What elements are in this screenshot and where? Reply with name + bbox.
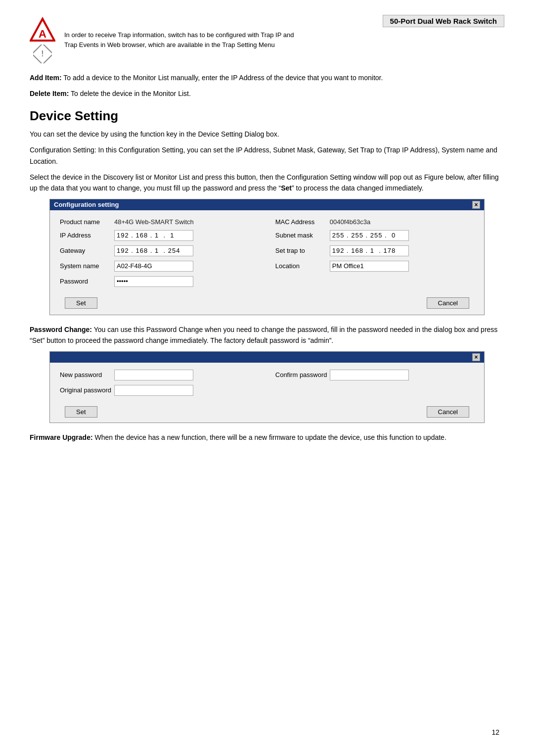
ds-para3: Select the device in the Discovery list … bbox=[30, 172, 504, 194]
add-item-text: To add a device to the Monitor List manu… bbox=[63, 74, 383, 82]
config-dialog-close[interactable]: × bbox=[472, 201, 480, 209]
mac-address-value: 0040f4b63c3a bbox=[330, 218, 370, 226]
warning-diamond-icon: ! bbox=[33, 45, 52, 63]
logo-area: A ! bbox=[30, 17, 55, 63]
add-item-section: Add Item: To add a device to the Monitor… bbox=[30, 72, 504, 83]
device-setting-heading: Device Setting bbox=[30, 108, 504, 124]
product-name-label: Product name bbox=[60, 218, 114, 226]
config-sysname-section: System name bbox=[60, 261, 259, 276]
password-dialog-close[interactable]: × bbox=[472, 353, 480, 361]
new-password-label: New password bbox=[60, 371, 114, 378]
password-dialog-body: New password Confirm password Original p… bbox=[50, 363, 484, 423]
config-mac-section: MAC Address 0040f4b63c3a bbox=[275, 218, 474, 230]
password-change-label: Password Change: bbox=[30, 326, 92, 333]
config-dialog-title: Configuration setting bbox=[54, 201, 119, 208]
config-cancel-button[interactable]: Cancel bbox=[427, 297, 469, 309]
config-row-5: Password bbox=[60, 276, 474, 291]
config-set-button[interactable]: Set bbox=[65, 297, 97, 309]
config-gateway-row: Gateway bbox=[60, 245, 259, 256]
password-change-text: You can use this Password Change when yo… bbox=[30, 326, 497, 344]
header-note-line2: Trap Events in Web browser, which are av… bbox=[64, 41, 275, 48]
ds-para1: You can set the device by using the func… bbox=[30, 129, 504, 140]
pw-row-2: Original password bbox=[60, 385, 474, 400]
subnet-mask-label: Subnet mask bbox=[275, 232, 330, 239]
header: A ! 50-Port Dual Web Rack Switch In orde… bbox=[30, 15, 504, 63]
firmware-upgrade-text: When the device has a new function, ther… bbox=[93, 433, 446, 441]
pw-original-row: Original password bbox=[60, 385, 259, 396]
config-row-3: Gateway Set trap to bbox=[60, 245, 474, 261]
set-trap-label: Set trap to bbox=[275, 247, 330, 254]
firmware-upgrade-section: Firmware Upgrade: When the device has a … bbox=[30, 432, 504, 443]
config-row-2: IP Address Subnet mask bbox=[60, 230, 474, 245]
pw-confirm-row: Confirm password bbox=[275, 370, 474, 380]
location-input[interactable] bbox=[330, 261, 409, 272]
ip-address-label: IP Address bbox=[60, 232, 114, 239]
set-trap-input[interactable] bbox=[330, 245, 409, 256]
config-mac-row: MAC Address 0040f4b63c3a bbox=[275, 218, 474, 226]
firmware-upgrade-label: Firmware Upgrade: bbox=[30, 433, 93, 441]
pw-newpass-section: New password bbox=[60, 370, 259, 385]
config-subnet-row: Subnet mask bbox=[275, 230, 474, 241]
config-row-1: Product name 48+4G Web-SMART Switch MAC … bbox=[60, 218, 474, 230]
header-right: 50-Port Dual Web Rack Switch In order to… bbox=[64, 15, 504, 49]
confirm-password-label: Confirm password bbox=[275, 371, 330, 378]
config-gateway-section: Gateway bbox=[60, 245, 259, 261]
delete-item-label: Delete Item: bbox=[30, 90, 69, 97]
gateway-label: Gateway bbox=[60, 247, 114, 254]
pw-confirm-section: Confirm password bbox=[275, 370, 474, 385]
password-label: Password bbox=[60, 278, 114, 285]
config-product-name-row: Product name 48+4G Web-SMART Switch bbox=[60, 218, 259, 226]
system-name-label: System name bbox=[60, 262, 114, 270]
mac-address-label: MAC Address bbox=[275, 218, 330, 226]
config-dialog-body: Product name 48+4G Web-SMART Switch MAC … bbox=[50, 210, 484, 315]
pw-original-section: Original password bbox=[60, 385, 259, 400]
config-password-row: Password bbox=[60, 276, 259, 287]
pw-row-1: New password Confirm password bbox=[60, 370, 474, 385]
config-empty-section bbox=[275, 276, 474, 291]
pw-empty-section bbox=[275, 385, 474, 400]
config-dialog-buttons: Set Cancel bbox=[60, 297, 474, 309]
config-trap-row: Set trap to bbox=[275, 245, 474, 256]
config-location-section: Location bbox=[275, 261, 474, 276]
svg-text:!: ! bbox=[41, 49, 44, 58]
original-password-input[interactable] bbox=[114, 385, 193, 396]
password-dialog-buttons: Set Cancel bbox=[60, 406, 474, 418]
config-row-4: System name Location bbox=[60, 261, 474, 276]
config-product-name-section: Product name 48+4G Web-SMART Switch bbox=[60, 218, 259, 230]
pw-set-button[interactable]: Set bbox=[65, 406, 97, 418]
add-item-label: Add Item: bbox=[30, 74, 62, 82]
confirm-password-input[interactable] bbox=[330, 370, 409, 380]
logo-triangle-icon: A bbox=[30, 17, 55, 43]
subnet-mask-input[interactable] bbox=[330, 230, 409, 241]
config-ip-row: IP Address bbox=[60, 230, 259, 241]
config-ip-section: IP Address bbox=[60, 230, 259, 245]
password-dialog: × New password Confirm password Original… bbox=[49, 351, 485, 423]
page-number: 12 bbox=[491, 728, 499, 736]
location-label: Location bbox=[275, 262, 330, 270]
password-dialog-titlebar: × bbox=[50, 352, 484, 363]
product-title: 50-Port Dual Web Rack Switch bbox=[383, 15, 504, 27]
gateway-input[interactable] bbox=[114, 245, 193, 256]
header-note-line1: In order to receive Trap information, sw… bbox=[64, 31, 294, 39]
password-dialog-title bbox=[54, 353, 56, 361]
header-note: In order to receive Trap information, sw… bbox=[64, 30, 504, 49]
config-location-row: Location bbox=[275, 261, 474, 272]
config-password-section: Password bbox=[60, 276, 259, 291]
config-sysname-row: System name bbox=[60, 261, 259, 272]
original-password-label: Original password bbox=[60, 386, 114, 394]
config-subnet-section: Subnet mask bbox=[275, 230, 474, 245]
password-input[interactable] bbox=[114, 276, 193, 287]
ds-para2: Configuration Setting: In this Configura… bbox=[30, 144, 504, 167]
ip-address-input[interactable] bbox=[114, 230, 193, 241]
delete-item-section: Delete Item: To delete the device in the… bbox=[30, 88, 504, 99]
new-password-input[interactable] bbox=[114, 370, 193, 380]
pw-cancel-button[interactable]: Cancel bbox=[427, 406, 469, 418]
config-dialog: Configuration setting × Product name 48+… bbox=[49, 199, 485, 315]
password-change-section: Password Change: You can use this Passwo… bbox=[30, 324, 504, 346]
config-trap-section: Set trap to bbox=[275, 245, 474, 261]
pw-newpass-row: New password bbox=[60, 370, 259, 380]
delete-item-text: To delete the device in the Monitor List… bbox=[71, 90, 191, 97]
system-name-input[interactable] bbox=[114, 261, 193, 272]
product-name-value: 48+4G Web-SMART Switch bbox=[114, 218, 194, 226]
config-dialog-titlebar: Configuration setting × bbox=[50, 199, 484, 210]
